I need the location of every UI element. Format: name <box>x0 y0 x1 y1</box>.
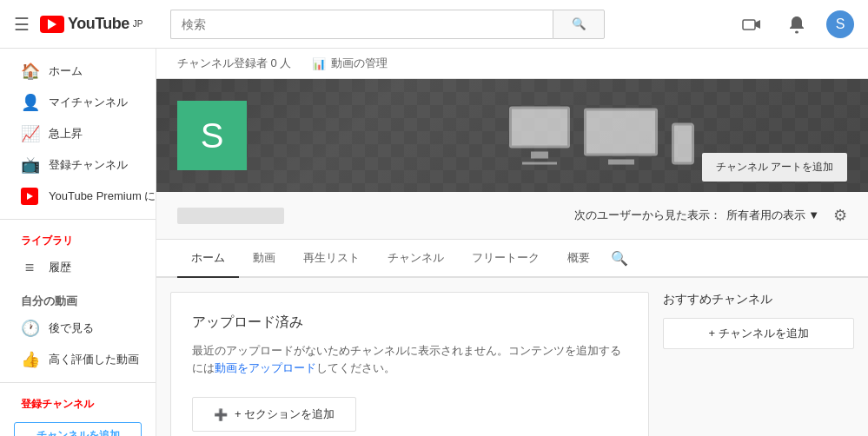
search-input[interactable] <box>170 10 553 39</box>
content-area: アップロード済み 最近のアップロードがないためチャンネルに表示されません。コンテ… <box>156 278 868 436</box>
add-section-plus-icon: ➕ <box>214 408 228 421</box>
monitor-device <box>509 107 570 165</box>
upload-description: 最近のアップロードがないためチャンネルに表示されません。コンテンツを追加するには… <box>192 342 627 376</box>
recommended-channels-section: おすすめチャンネル + チャンネルを追加 <box>663 292 854 436</box>
upload-desc-text-2: してください。 <box>316 361 395 374</box>
manage-videos-icon: 📊 <box>312 57 326 70</box>
sidebar-item-premium[interactable]: YouTube Premium に... <box>0 181 156 212</box>
upload-title: アップロード済み <box>192 314 627 332</box>
tab-home[interactable]: ホーム <box>177 240 239 278</box>
header-left: ☰ YouTubeJP <box>14 14 170 35</box>
library-section-label: ライブラリ <box>0 227 156 252</box>
search-bar: 🔍 <box>170 10 605 39</box>
history-icon: ≡ <box>21 259 38 277</box>
tv-stand <box>608 160 634 165</box>
user-avatar[interactable]: S <box>826 10 854 38</box>
hamburger-menu[interactable]: ☰ <box>14 14 30 35</box>
sidebar-item-trending[interactable]: 📈 急上昇 <box>0 118 156 149</box>
monitor-base <box>522 162 557 165</box>
view-as-prefix: 次のユーザーから見た表示： <box>574 208 721 223</box>
channel-banner: S チャンネル アートを追加 <box>156 79 868 192</box>
manage-videos-label: 動画の管理 <box>331 56 388 71</box>
main-content: チャンネル登録者 0 人 📊 動画の管理 S <box>156 49 868 436</box>
sidebar-item-home[interactable]: 🏠 ホーム <box>0 56 156 87</box>
notifications-icon[interactable] <box>781 9 812 40</box>
trending-icon: 📈 <box>21 124 38 143</box>
tab-about[interactable]: 概要 <box>553 240 604 278</box>
monitor-screen <box>509 107 570 149</box>
sidebar-item-liked[interactable]: 👍 高く評価した動画 <box>0 344 156 375</box>
sidebar-item-my-channel[interactable]: 👤 マイチャンネル <box>0 87 156 118</box>
tab-search-icon[interactable]: 🔍 <box>611 250 628 267</box>
search-icon: 🔍 <box>572 17 586 30</box>
add-section-label: + セクションを追加 <box>235 406 335 422</box>
manage-videos-link[interactable]: 📊 動画の管理 <box>312 56 388 71</box>
sidebar-item-history[interactable]: ≡ 履歴 <box>0 252 156 283</box>
person-icon: 👤 <box>21 93 38 112</box>
sidebar-item-watch-later-label: 後で見る <box>49 320 94 336</box>
main-layout: 🏠 ホーム 👤 マイチャンネル 📈 急上昇 📺 登録チャンネル YouTube … <box>0 49 868 436</box>
tv-screen <box>584 109 658 156</box>
monitor-stand <box>531 152 548 159</box>
sidebar-item-my-channel-label: マイチャンネル <box>49 95 128 110</box>
add-recommended-channel-button[interactable]: + チャンネルを追加 <box>663 318 854 349</box>
add-banner-button[interactable]: チャンネル アートを追加 <box>702 153 847 182</box>
camera-icon-svg <box>742 17 761 32</box>
banner-avatar: S <box>177 101 247 170</box>
logo-text: YouTube <box>68 15 129 33</box>
sidebar-item-history-label: 履歴 <box>49 260 71 275</box>
youtube-logo-icon <box>40 16 64 33</box>
view-as-dropdown[interactable]: 所有者用の表示 ▼ <box>726 208 819 223</box>
view-as-section: 次のユーザーから見た表示： 所有者用の表示 ▼ <box>574 208 819 223</box>
recommended-title: おすすめチャンネル <box>663 292 854 307</box>
search-button[interactable]: 🔍 <box>553 10 605 39</box>
logo-jp: JP <box>133 19 143 29</box>
subscriber-count: チャンネル登録者 0 人 <box>177 56 291 71</box>
registered-channels-label: 登録チャンネル <box>0 390 156 415</box>
tv-icon: 📺 <box>21 155 38 175</box>
sidebar-item-premium-label: YouTube Premium に... <box>49 188 156 204</box>
svg-point-2 <box>795 30 798 33</box>
banner-devices <box>509 107 694 165</box>
channel-username <box>177 208 284 224</box>
sidebar-item-watch-later[interactable]: 🕐 後で見る <box>0 313 156 344</box>
yt-premium-icon <box>21 188 38 205</box>
sidebar: 🏠 ホーム 👤 マイチャンネル 📈 急上昇 📺 登録チャンネル YouTube … <box>0 49 156 436</box>
header: ☰ YouTubeJP 🔍 S <box>0 0 868 49</box>
sidebar-item-trending-label: 急上昇 <box>49 126 83 142</box>
phone-device <box>672 123 694 165</box>
yt-premium-triangle <box>27 193 33 200</box>
sidebar-item-subscriptions[interactable]: 📺 登録チャンネル <box>0 149 156 181</box>
bell-icon-svg <box>788 15 805 34</box>
upload-icon[interactable] <box>736 9 767 40</box>
channel-meta-bar: チャンネル登録者 0 人 📊 動画の管理 <box>156 49 868 79</box>
header-right: S <box>736 9 854 40</box>
settings-gear-icon[interactable]: ⚙ <box>833 206 847 225</box>
channel-tabs: ホーム 動画 再生リスト チャンネル フリートーク 概要 🔍 <box>156 240 868 278</box>
tab-channels[interactable]: チャンネル <box>374 240 458 278</box>
svg-rect-0 <box>743 20 755 30</box>
tv-device <box>584 109 658 165</box>
sidebar-item-subscriptions-label: 登録チャンネル <box>49 157 128 173</box>
add-channel-button[interactable]: チャンネルを追加 <box>14 422 142 436</box>
home-icon: 🏠 <box>21 62 38 81</box>
clock-icon: 🕐 <box>21 319 38 338</box>
svg-marker-1 <box>755 20 760 29</box>
logo[interactable]: YouTubeJP <box>40 15 143 33</box>
tab-discussion[interactable]: フリートーク <box>458 240 553 278</box>
sidebar-item-home-label: ホーム <box>49 63 83 79</box>
uploaded-section: アップロード済み 最近のアップロードがないためチャンネルに表示されません。コンテ… <box>170 292 649 436</box>
my-videos-section-label: 自分の動画 <box>0 287 156 313</box>
sidebar-item-liked-label: 高く評価した動画 <box>49 352 139 367</box>
tab-playlists[interactable]: 再生リスト <box>289 240 374 278</box>
sidebar-divider-1 <box>0 219 156 220</box>
play-triangle <box>48 19 56 30</box>
add-section-button[interactable]: ➕ + セクションを追加 <box>192 397 356 432</box>
tab-videos[interactable]: 動画 <box>239 240 289 278</box>
channel-identity: 次のユーザーから見た表示： 所有者用の表示 ▼ ⚙ <box>156 192 868 240</box>
upload-link[interactable]: 動画をアップロード <box>215 361 316 374</box>
sidebar-divider-2 <box>0 382 156 383</box>
thumbs-up-icon: 👍 <box>21 350 38 369</box>
